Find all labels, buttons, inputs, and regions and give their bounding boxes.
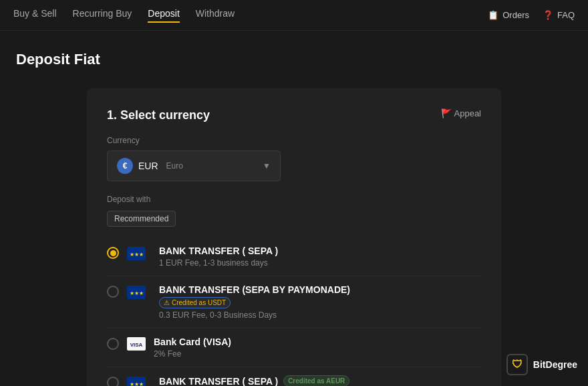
- nav-buy-sell[interactable]: Buy & Sell: [13, 8, 57, 23]
- sepa-flag-icon: ★★★: [127, 247, 146, 260]
- radio-sepa1: [107, 247, 119, 259]
- currency-select-left: € EUR Euro: [117, 158, 183, 174]
- nav-links: Buy & Sell Recurring Buy Deposit Withdra…: [13, 8, 488, 23]
- payment-detail-paymonade: 0.3 EUR Fee, 0-3 Business Days: [159, 310, 481, 320]
- currency-code: EUR: [138, 161, 158, 171]
- main-card: 1. Select currency 🚩 Appeal Currency € E…: [87, 88, 501, 386]
- page-title: Deposit Fiat: [16, 51, 572, 68]
- paymonade-flag-icon: ★★★: [127, 286, 146, 299]
- orders-icon: 📋: [488, 10, 498, 20]
- payment-info-paymonade: BANK TRANSFER (SEPA BY PAYMONADE) ⚠ Cred…: [159, 284, 481, 320]
- faq-button[interactable]: ❓ FAQ: [543, 10, 575, 20]
- payment-option-paymonade[interactable]: ★★★ BANK TRANSFER (SEPA BY PAYMONADE) ⚠ …: [107, 276, 481, 328]
- eur-symbol: €: [123, 161, 128, 171]
- currency-name: Euro: [166, 161, 183, 171]
- currency-selector[interactable]: € EUR Euro ▼: [107, 151, 281, 181]
- currency-label: Currency: [107, 136, 481, 145]
- deposit-with-label: Deposit with: [107, 195, 481, 204]
- faq-icon: ❓: [543, 10, 553, 20]
- orders-button[interactable]: 📋 Orders: [488, 10, 529, 20]
- payment-detail-visa: 2% Fee: [154, 349, 481, 359]
- orders-label: Orders: [502, 10, 529, 20]
- top-nav: Buy & Sell Recurring Buy Deposit Withdra…: [0, 0, 588, 31]
- payment-name-sepa1: BANK TRANSFER ( SEPA ): [159, 246, 481, 256]
- svg-text:★★★: ★★★: [130, 290, 144, 296]
- nav-withdraw[interactable]: Withdraw: [196, 8, 235, 23]
- payment-option-aeur[interactable]: ★★★ BANK TRANSFER ( SEPA ) Credited as A…: [107, 367, 481, 386]
- payment-name-aeur: BANK TRANSFER ( SEPA ) Credited as AEUR: [159, 375, 481, 386]
- recommended-badge: Recommended: [107, 211, 176, 227]
- radio-aeur: [107, 377, 119, 386]
- bitdegree-name: BitDegree: [533, 359, 577, 370]
- warning-icon: ⚠: [164, 299, 170, 306]
- svg-text:★★★: ★★★: [130, 252, 144, 258]
- bitdegree-branding: 🛡 BitDegree: [506, 354, 577, 375]
- bitdegree-icon: 🛡: [506, 354, 528, 375]
- payment-option-sepa1[interactable]: ★★★ BANK TRANSFER ( SEPA ) 1 EUR Fee, 1-…: [107, 237, 481, 276]
- payment-info-aeur: BANK TRANSFER ( SEPA ) Credited as AEUR …: [159, 375, 481, 386]
- visa-icon: VISA: [127, 337, 146, 353]
- paymonade-icon: ★★★: [127, 285, 151, 300]
- radio-visa: [107, 338, 119, 350]
- radio-paymonade: [107, 286, 119, 298]
- svg-text:VISA: VISA: [130, 342, 143, 348]
- visa-card-icon: VISA: [127, 337, 146, 351]
- appeal-label: Appeal: [454, 108, 481, 118]
- payment-name-visa: Bank Card (VISA): [154, 336, 481, 347]
- radio-inner-sepa1: [110, 250, 116, 256]
- aeur-icon: ★★★: [127, 376, 151, 386]
- payment-detail-sepa1: 1 EUR Fee, 1-3 business days: [159, 258, 481, 268]
- faq-label: FAQ: [557, 10, 575, 20]
- payment-info-visa: Bank Card (VISA) 2% Fee: [154, 336, 481, 359]
- nav-right: 📋 Orders ❓ FAQ: [488, 10, 575, 20]
- section-title: 1. Select currency: [107, 108, 481, 122]
- eur-icon: €: [117, 158, 133, 174]
- appeal-icon: 🚩: [441, 108, 452, 118]
- aeur-badge: Credited as AEUR: [283, 375, 349, 386]
- nav-recurring-buy[interactable]: Recurring Buy: [73, 8, 132, 23]
- chevron-down-icon: ▼: [263, 161, 271, 171]
- svg-text:★★★: ★★★: [130, 381, 144, 386]
- nav-deposit[interactable]: Deposit: [148, 8, 179, 23]
- aeur-flag-icon: ★★★: [127, 377, 146, 386]
- page-content: Deposit Fiat 1. Select currency 🚩 Appeal…: [0, 31, 588, 386]
- sepa1-icon: ★★★: [127, 246, 151, 261]
- payment-option-visa[interactable]: VISA Bank Card (VISA) 2% Fee: [107, 328, 481, 367]
- usdt-badge: ⚠ Credited as USDT: [159, 297, 231, 308]
- payment-info-sepa1: BANK TRANSFER ( SEPA ) 1 EUR Fee, 1-3 bu…: [159, 246, 481, 268]
- appeal-link[interactable]: 🚩 Appeal: [441, 108, 481, 118]
- payment-name-paymonade: BANK TRANSFER (SEPA BY PAYMONADE): [159, 284, 481, 295]
